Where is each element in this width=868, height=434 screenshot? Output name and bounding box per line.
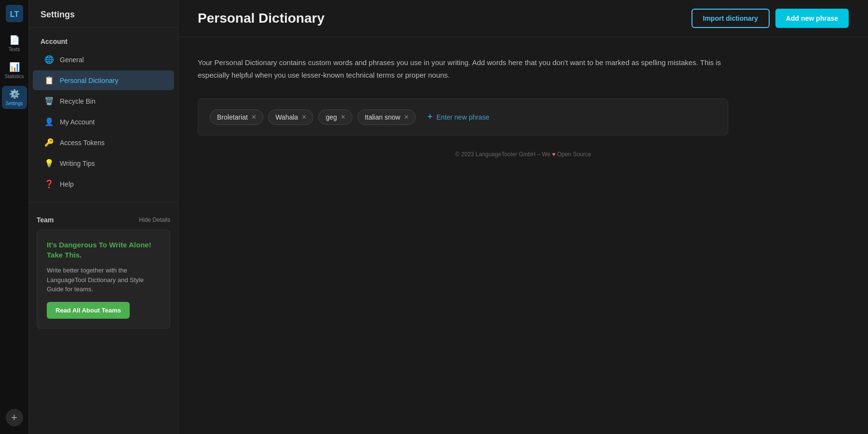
rail-item-settings[interactable]: ⚙️ Settings [2,86,27,109]
team-card: It's Dangerous To Write Alone! Take This… [37,230,170,329]
sidebar-item-my-account[interactable]: 👤 My Account [33,112,174,132]
sidebar-item-writing-tips[interactable]: 💡 Writing Tips [33,153,174,173]
sidebar-label-general: General [60,56,84,64]
sidebar-label-my-account: My Account [60,118,95,126]
content-area: Your Personal Dictionary contains custom… [178,37,868,434]
rail-label-texts: Texts [9,47,20,52]
sidebar-item-help[interactable]: ❓ Help [33,174,174,194]
sidebar: Settings Account 🌐 General 📋 Personal Di… [29,0,178,434]
heart-icon: ♥ [552,151,556,158]
team-title: Team [37,216,54,224]
writing-tips-icon: 💡 [44,159,54,168]
account-section-label: Account [29,28,178,49]
tag-remove-italian-snow[interactable]: × [404,113,408,121]
tag-label-geg: geg [326,113,337,121]
sidebar-label-personal-dictionary: Personal Dictionary [60,77,118,84]
texts-icon: 📄 [9,35,20,45]
rail-item-statistics[interactable]: 📊 Statistics [2,59,27,82]
icon-rail: LT 📄 Texts 📊 Statistics ⚙️ Settings + [0,0,29,434]
team-section: Team Hide Details It's Dangerous To Writ… [29,210,178,434]
add-button[interactable]: + [6,409,23,426]
sidebar-item-access-tokens[interactable]: 🔑 Access Tokens [33,133,174,152]
tag-label-broletariat: Broletariat [217,113,248,121]
tag-italian-snow: Italian snow × [357,109,416,125]
sidebar-label-writing-tips: Writing Tips [60,160,95,167]
page-title: Personal Dictionary [198,11,325,26]
description-text: Your Personal Dictionary contains custom… [198,56,728,81]
top-bar: Personal Dictionary Import dictionary Ad… [178,0,868,37]
sidebar-item-general[interactable]: 🌐 General [33,50,174,69]
tag-wahala: Wahala × [268,109,313,125]
general-icon: 🌐 [44,55,54,64]
team-card-title: It's Dangerous To Write Alone! Take This… [47,240,160,260]
sidebar-divider [29,202,178,203]
sidebar-label-access-tokens: Access Tokens [60,139,105,147]
top-bar-actions: Import dictionary Add new phrase [692,9,849,28]
rail-bottom: + [6,409,23,426]
team-card-description: Write better together with the LanguageT… [47,266,160,294]
hide-details-button[interactable]: Hide Details [139,217,170,223]
personal-dictionary-icon: 📋 [44,76,54,85]
footer-text: © 2023 LanguageTooler GmbH – We ♥ Open S… [198,151,849,158]
svg-text:LT: LT [10,10,19,18]
sidebar-item-recycle-bin[interactable]: 🗑️ Recycle Bin [33,91,174,111]
tag-label-wahala: Wahala [275,113,298,121]
import-dictionary-button[interactable]: Import dictionary [692,9,770,28]
tag-remove-geg[interactable]: × [341,113,345,121]
my-account-icon: 👤 [44,117,54,126]
read-teams-button[interactable]: Read All About Teams [47,302,130,319]
add-phrase-input-area[interactable]: + [420,108,506,125]
team-header: Team Hide Details [37,216,170,224]
add-new-phrase-button[interactable]: Add new phrase [775,9,849,28]
sidebar-label-recycle-bin: Recycle Bin [60,97,95,105]
help-icon: ❓ [44,179,54,189]
plus-icon: + [427,112,433,122]
tag-label-italian-snow: Italian snow [365,113,400,121]
settings-icon: ⚙️ [9,89,20,99]
rail-label-statistics: Statistics [4,74,24,79]
tag-geg: geg × [318,109,353,125]
tag-remove-broletariat[interactable]: × [252,113,256,121]
sidebar-label-help: Help [60,180,74,188]
sidebar-header: Settings [29,0,178,28]
access-tokens-icon: 🔑 [44,138,54,147]
sidebar-item-personal-dictionary[interactable]: 📋 Personal Dictionary [33,70,174,90]
main-content: Personal Dictionary Import dictionary Ad… [178,0,868,434]
tag-remove-wahala[interactable]: × [302,113,306,121]
rail-item-texts[interactable]: 📄 Texts [2,32,27,55]
statistics-icon: 📊 [9,62,20,72]
enter-phrase-input[interactable] [436,113,499,121]
tags-container: Broletariat × Wahala × geg × Italian sno… [198,98,728,136]
tag-broletariat: Broletariat × [210,109,263,125]
recycle-bin-icon: 🗑️ [44,96,54,106]
rail-label-settings: Settings [5,101,23,106]
app-logo: LT [6,5,23,22]
